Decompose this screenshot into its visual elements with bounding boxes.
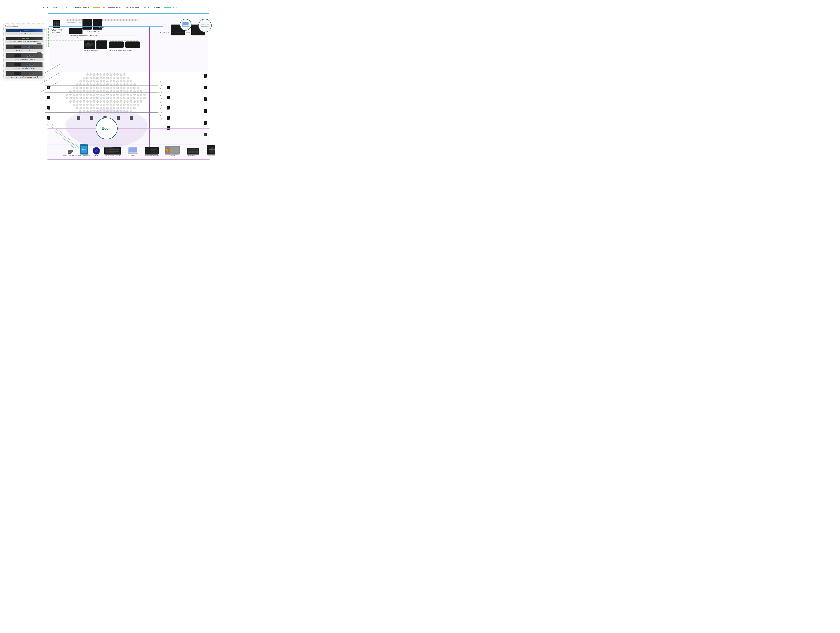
seat	[123, 73, 125, 76]
seat	[86, 100, 88, 103]
seat	[79, 87, 82, 89]
wall-right-4	[204, 109, 207, 113]
seat	[137, 93, 139, 96]
qsc-logo-core: QSC	[19, 29, 29, 32]
svg-point-69	[32, 55, 33, 57]
svg-text:QSC: QSC	[17, 38, 21, 39]
svg-rect-101	[106, 149, 108, 153]
svg-rect-78	[22, 74, 25, 74]
legend-item-ethernet: Standard Ethernet	[66, 6, 90, 9]
seat	[90, 100, 92, 103]
seat	[123, 104, 125, 106]
laptop-booth-icon	[128, 147, 138, 155]
wallplate-icon	[54, 21, 60, 27]
svg-rect-102	[109, 149, 119, 150]
projector-lens	[166, 148, 169, 152]
rack-device-cxq-sub: Q-SYS CX-Q 4K4 [Sub1/Sub2]	[5, 62, 44, 70]
svg-rect-66	[22, 56, 25, 57]
nv32h-booth-device: NV-32-H Video endpoint	[145, 147, 159, 156]
seat	[126, 90, 129, 93]
booth-circle: Booth	[96, 118, 118, 139]
hdmi-icon	[107, 6, 115, 9]
seat	[110, 90, 112, 93]
seat	[123, 77, 125, 79]
seat-row-2	[49, 76, 163, 79]
seat	[140, 90, 142, 93]
svg-rect-107	[128, 153, 138, 154]
seat	[69, 90, 72, 93]
svg-rect-99	[68, 153, 71, 154]
wall-right-3	[204, 98, 207, 101]
seat	[133, 87, 136, 89]
projector-icon	[165, 146, 180, 155]
seat	[93, 104, 95, 106]
seat	[76, 93, 79, 96]
seat	[90, 90, 92, 93]
cxq-ls2-label: Q-SYS CX-Q 4K4 [LS2/RS2/LBW/RBW]	[11, 76, 38, 78]
surround-speaker-icon	[167, 96, 170, 99]
seat	[73, 104, 75, 106]
legend-box: CABLE TYPE Standard Ethernet USB HDMI Mi…	[35, 3, 180, 12]
seat	[106, 100, 109, 103]
svg-marker-97	[72, 150, 73, 153]
seat	[93, 93, 95, 96]
surround-left-1	[47, 86, 50, 89]
seat	[79, 80, 82, 82]
rack-device-cxq-lr: Q-SYS CX-Q 4K4 [L/R]	[5, 44, 44, 52]
seat	[103, 80, 105, 82]
svg-point-62	[29, 46, 31, 48]
svg-rect-71	[22, 64, 25, 64]
port1	[152, 149, 156, 150]
svg-rect-103	[109, 151, 119, 152]
svg-text:QSC: QSC	[20, 30, 23, 32]
seat	[126, 80, 129, 82]
equipment-rack: Equipment rack QSC Q-SYS Core 8 Flex QSC	[3, 24, 45, 81]
seat	[123, 90, 125, 93]
seat	[106, 97, 109, 99]
seat	[96, 90, 99, 93]
wall-speaker-icon	[204, 74, 207, 77]
seat	[96, 87, 99, 89]
svg-point-98	[68, 150, 70, 153]
touchmix-label: QSC TouchMix-30	[208, 155, 215, 156]
seat	[79, 107, 82, 109]
seat	[83, 84, 85, 86]
legend-title: CABLE TYPE	[38, 6, 57, 9]
cxq-lr-bar	[6, 44, 43, 49]
seating-area	[49, 73, 163, 114]
seat	[113, 107, 115, 109]
seat	[93, 84, 95, 86]
seat	[73, 90, 75, 93]
surround-speaker-icon	[167, 116, 170, 120]
sb-sub-left-icon	[84, 41, 95, 49]
seat	[86, 77, 88, 79]
dcio-device: Q-SYS DCIO-H digital I/O	[104, 147, 121, 156]
ptz-camera-icon	[67, 148, 73, 155]
seat	[66, 93, 68, 96]
seat	[126, 84, 129, 86]
surround-speaker-icon	[167, 86, 170, 89]
svg-point-68	[29, 55, 31, 57]
svg-rect-106	[129, 148, 137, 152]
svg-rect-54	[24, 38, 25, 39]
seat	[96, 73, 99, 76]
seat	[90, 93, 92, 96]
seat	[113, 77, 115, 79]
seat	[99, 84, 102, 86]
wall-speaker-icon	[204, 98, 207, 101]
io8-visual	[187, 148, 199, 154]
seat	[133, 84, 136, 86]
touchscreen-screen: Q-SYS	[81, 146, 87, 153]
seat	[86, 93, 88, 96]
wall-speaker-icon	[204, 109, 207, 113]
seat	[73, 100, 75, 103]
svg-rect-52	[22, 38, 23, 39]
rack-title: Equipment rack	[5, 25, 44, 27]
seat	[137, 87, 139, 89]
legend-item-usb: USB	[93, 6, 105, 9]
seat	[120, 97, 122, 99]
svg-rect-55	[26, 38, 27, 39]
seat-row-4	[49, 83, 163, 86]
seat	[120, 77, 122, 79]
port2	[152, 150, 156, 152]
